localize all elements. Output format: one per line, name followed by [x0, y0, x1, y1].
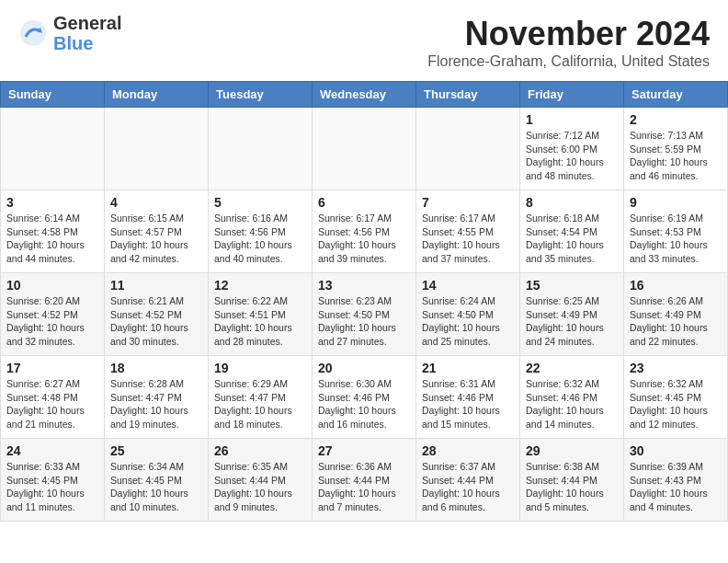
day-info: Sunrise: 6:24 AM Sunset: 4:50 PM Dayligh…: [422, 294, 514, 349]
day-number: 20: [318, 361, 410, 375]
day-number: 16: [630, 278, 722, 293]
day-info: Sunrise: 6:19 AM Sunset: 4:53 PM Dayligh…: [630, 212, 722, 266]
page-title: November 2024: [18, 15, 710, 53]
day-number: 15: [526, 278, 618, 293]
weekday-header-tuesday: Tuesday: [209, 82, 313, 108]
calendar-cell: 20Sunrise: 6:30 AM Sunset: 4:46 PM Dayli…: [313, 356, 416, 439]
day-info: Sunrise: 6:34 AM Sunset: 4:45 PM Dayligh…: [110, 460, 202, 514]
day-info: Sunrise: 7:13 AM Sunset: 5:59 PM Dayligh…: [630, 129, 722, 183]
svg-point-0: [20, 20, 46, 46]
calendar-cell: 11Sunrise: 6:21 AM Sunset: 4:52 PM Dayli…: [105, 273, 209, 356]
day-number: 14: [422, 278, 514, 293]
day-info: Sunrise: 6:14 AM Sunset: 4:58 PM Dayligh…: [6, 212, 98, 266]
day-info: Sunrise: 6:18 AM Sunset: 4:54 PM Dayligh…: [526, 212, 618, 266]
day-number: 24: [6, 443, 98, 458]
day-info: Sunrise: 7:12 AM Sunset: 6:00 PM Dayligh…: [526, 129, 618, 183]
calendar-cell: 13Sunrise: 6:23 AM Sunset: 4:50 PM Dayli…: [313, 273, 416, 356]
day-info: Sunrise: 6:22 AM Sunset: 4:51 PM Dayligh…: [214, 294, 306, 349]
calendar-cell: 12Sunrise: 6:22 AM Sunset: 4:51 PM Dayli…: [209, 273, 313, 356]
day-info: Sunrise: 6:23 AM Sunset: 4:50 PM Dayligh…: [318, 294, 410, 349]
calendar-cell: [416, 108, 520, 190]
calendar-cell: 1Sunrise: 7:12 AM Sunset: 6:00 PM Daylig…: [520, 108, 624, 190]
day-number: 4: [110, 195, 202, 210]
day-number: 23: [630, 361, 722, 375]
calendar-cell: [209, 108, 313, 190]
calendar-cell: 24Sunrise: 6:33 AM Sunset: 4:45 PM Dayli…: [1, 439, 105, 522]
calendar-cell: 22Sunrise: 6:32 AM Sunset: 4:46 PM Dayli…: [520, 356, 624, 439]
day-info: Sunrise: 6:16 AM Sunset: 4:56 PM Dayligh…: [214, 212, 306, 266]
calendar-cell: [105, 108, 209, 190]
weekday-header-wednesday: Wednesday: [313, 82, 416, 108]
day-info: Sunrise: 6:38 AM Sunset: 4:44 PM Dayligh…: [526, 460, 618, 514]
calendar-cell: 8Sunrise: 6:18 AM Sunset: 4:54 PM Daylig…: [520, 190, 624, 273]
logo: General Blue: [18, 13, 121, 53]
day-number: 7: [422, 195, 514, 210]
calendar-table: SundayMondayTuesdayWednesdayThursdayFrid…: [0, 81, 728, 522]
day-number: 6: [318, 195, 410, 210]
calendar-cell: 29Sunrise: 6:38 AM Sunset: 4:44 PM Dayli…: [520, 439, 624, 522]
weekday-header-sunday: Sunday: [1, 82, 105, 108]
day-info: Sunrise: 6:29 AM Sunset: 4:47 PM Dayligh…: [214, 377, 306, 431]
day-info: Sunrise: 6:17 AM Sunset: 4:55 PM Dayligh…: [422, 212, 514, 266]
day-info: Sunrise: 6:25 AM Sunset: 4:49 PM Dayligh…: [526, 294, 618, 349]
day-number: 1: [526, 112, 618, 127]
calendar-cell: 25Sunrise: 6:34 AM Sunset: 4:45 PM Dayli…: [105, 439, 209, 522]
weekday-header-friday: Friday: [520, 82, 624, 108]
day-number: 30: [630, 443, 722, 458]
calendar-cell: 26Sunrise: 6:35 AM Sunset: 4:44 PM Dayli…: [209, 439, 313, 522]
day-number: 29: [526, 443, 618, 458]
page-subtitle: Florence-Graham, California, United Stat…: [18, 53, 710, 70]
day-info: Sunrise: 6:26 AM Sunset: 4:49 PM Dayligh…: [630, 294, 722, 349]
calendar-cell: [313, 108, 416, 190]
calendar-cell: 17Sunrise: 6:27 AM Sunset: 4:48 PM Dayli…: [1, 356, 105, 439]
calendar-cell: 18Sunrise: 6:28 AM Sunset: 4:47 PM Dayli…: [105, 356, 209, 439]
weekday-header-monday: Monday: [105, 82, 209, 108]
day-info: Sunrise: 6:27 AM Sunset: 4:48 PM Dayligh…: [6, 377, 98, 431]
calendar-cell: 7Sunrise: 6:17 AM Sunset: 4:55 PM Daylig…: [416, 190, 520, 273]
calendar-cell: 3Sunrise: 6:14 AM Sunset: 4:58 PM Daylig…: [1, 190, 105, 273]
calendar-cell: 27Sunrise: 6:36 AM Sunset: 4:44 PM Dayli…: [313, 439, 416, 522]
day-info: Sunrise: 6:31 AM Sunset: 4:46 PM Dayligh…: [422, 377, 514, 431]
calendar-cell: 30Sunrise: 6:39 AM Sunset: 4:43 PM Dayli…: [624, 439, 728, 522]
calendar-cell: 6Sunrise: 6:17 AM Sunset: 4:56 PM Daylig…: [313, 190, 416, 273]
day-info: Sunrise: 6:21 AM Sunset: 4:52 PM Dayligh…: [110, 294, 202, 349]
calendar-cell: [1, 108, 105, 190]
logo-text: General Blue: [53, 13, 121, 53]
calendar-cell: 14Sunrise: 6:24 AM Sunset: 4:50 PM Dayli…: [416, 273, 520, 356]
day-number: 28: [422, 443, 514, 458]
day-number: 21: [422, 361, 514, 375]
calendar-cell: 5Sunrise: 6:16 AM Sunset: 4:56 PM Daylig…: [209, 190, 313, 273]
calendar-cell: 4Sunrise: 6:15 AM Sunset: 4:57 PM Daylig…: [105, 190, 209, 273]
weekday-header-saturday: Saturday: [624, 82, 728, 108]
day-number: 22: [526, 361, 618, 375]
day-number: 11: [110, 278, 202, 293]
day-info: Sunrise: 6:35 AM Sunset: 4:44 PM Dayligh…: [214, 460, 306, 514]
day-info: Sunrise: 6:15 AM Sunset: 4:57 PM Dayligh…: [110, 212, 202, 266]
day-info: Sunrise: 6:20 AM Sunset: 4:52 PM Dayligh…: [6, 294, 98, 349]
calendar-cell: 21Sunrise: 6:31 AM Sunset: 4:46 PM Dayli…: [416, 356, 520, 439]
day-info: Sunrise: 6:32 AM Sunset: 4:46 PM Dayligh…: [526, 377, 618, 431]
calendar-cell: 10Sunrise: 6:20 AM Sunset: 4:52 PM Dayli…: [1, 273, 105, 356]
calendar-cell: 23Sunrise: 6:32 AM Sunset: 4:45 PM Dayli…: [624, 356, 728, 439]
calendar-cell: 19Sunrise: 6:29 AM Sunset: 4:47 PM Dayli…: [209, 356, 313, 439]
day-info: Sunrise: 6:33 AM Sunset: 4:45 PM Dayligh…: [6, 460, 98, 514]
day-number: 26: [214, 443, 306, 458]
day-number: 18: [110, 361, 202, 375]
day-info: Sunrise: 6:37 AM Sunset: 4:44 PM Dayligh…: [422, 460, 514, 514]
day-number: 25: [110, 443, 202, 458]
day-info: Sunrise: 6:30 AM Sunset: 4:46 PM Dayligh…: [318, 377, 410, 431]
day-number: 3: [6, 195, 98, 210]
day-number: 27: [318, 443, 410, 458]
calendar-cell: 16Sunrise: 6:26 AM Sunset: 4:49 PM Dayli…: [624, 273, 728, 356]
day-number: 8: [526, 195, 618, 210]
day-info: Sunrise: 6:39 AM Sunset: 4:43 PM Dayligh…: [630, 460, 722, 514]
calendar-cell: 15Sunrise: 6:25 AM Sunset: 4:49 PM Dayli…: [520, 273, 624, 356]
day-number: 12: [214, 278, 306, 293]
calendar-cell: 2Sunrise: 7:13 AM Sunset: 5:59 PM Daylig…: [624, 108, 728, 190]
day-number: 2: [630, 112, 722, 127]
day-number: 13: [318, 278, 410, 293]
day-info: Sunrise: 6:17 AM Sunset: 4:56 PM Dayligh…: [318, 212, 410, 266]
day-number: 9: [630, 195, 722, 210]
day-number: 10: [6, 278, 98, 293]
calendar-cell: 9Sunrise: 6:19 AM Sunset: 4:53 PM Daylig…: [624, 190, 728, 273]
